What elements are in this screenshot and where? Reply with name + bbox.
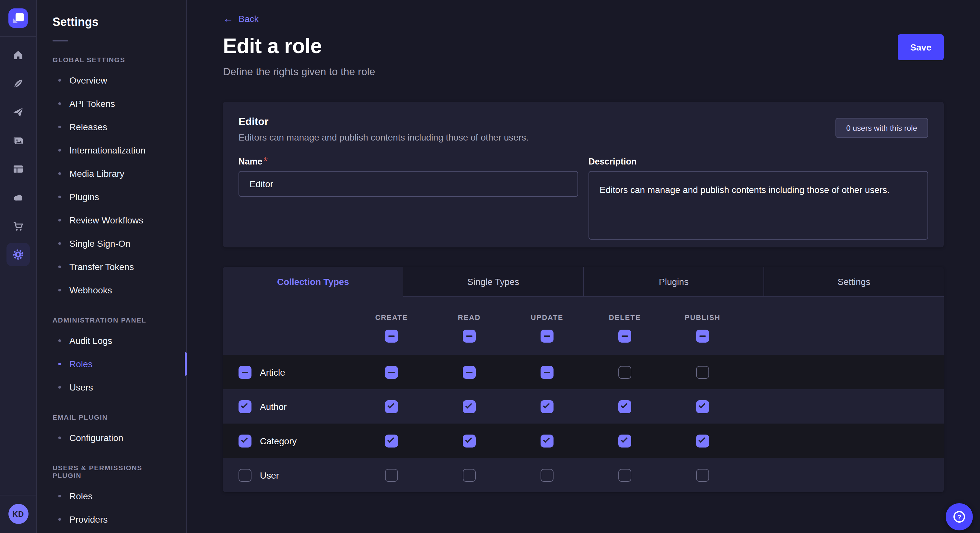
checkbox-checked[interactable]	[618, 400, 631, 413]
checkbox-checked[interactable]	[239, 400, 251, 413]
sidebar-item-providers[interactable]: Providers	[37, 508, 186, 531]
tab-collection-types[interactable]: Collection Types	[223, 267, 403, 297]
sidebar-item-users[interactable]: Users	[37, 376, 186, 399]
sidebar-item-api-tokens[interactable]: API Tokens	[37, 92, 186, 115]
checkbox-indeterminate[interactable]	[463, 330, 476, 343]
row-spacer	[741, 458, 944, 492]
sidebar-item-label: Review Workflows	[69, 215, 143, 225]
tab-single-types[interactable]: Single Types	[403, 267, 583, 297]
row-label: User	[260, 470, 279, 480]
sidebar-section-list: Configuration	[37, 426, 186, 449]
sidebar-item-label: Media Library	[69, 168, 124, 179]
sidebar-item-label: Roles	[69, 491, 93, 501]
sidebar-item-label: Transfer Tokens	[69, 262, 134, 272]
sidebar-item-media-library[interactable]: Media Library	[37, 162, 186, 185]
checkbox-indeterminate[interactable]	[385, 366, 398, 379]
checkbox-indeterminate[interactable]	[696, 330, 709, 343]
checkbox-checked[interactable]	[696, 434, 709, 447]
permission-cell	[353, 424, 430, 458]
permission-cell	[664, 458, 741, 492]
help-button[interactable]: ?	[946, 503, 973, 530]
bullet-icon	[58, 289, 61, 292]
settings-gear-icon[interactable]	[6, 243, 30, 266]
column-label: PUBLISH	[685, 314, 721, 321]
sidebar-item-roles[interactable]: Roles	[37, 352, 186, 376]
checkbox-checked[interactable]	[385, 434, 398, 447]
tab-settings[interactable]: Settings	[764, 267, 944, 297]
permission-cell	[586, 355, 664, 389]
sidebar-item-releases[interactable]: Releases	[37, 115, 186, 139]
checkbox-indeterminate[interactable]	[541, 330, 554, 343]
section-label-email-plugin: EMAIL PLUGIN	[52, 413, 170, 421]
paper-plane-icon[interactable]	[6, 100, 30, 124]
description-textarea[interactable]: Editors can manage and publish contents …	[589, 171, 928, 240]
checkbox-unchecked[interactable]	[239, 468, 251, 482]
back-link[interactable]: ← Back	[223, 14, 259, 24]
checkbox-unchecked[interactable]	[541, 468, 554, 482]
column-label: UPDATE	[531, 314, 563, 321]
feather-icon[interactable]	[6, 72, 30, 95]
save-button[interactable]: Save	[898, 34, 944, 60]
sidebar-item-single-sign-on[interactable]: Single Sign-On	[37, 232, 186, 255]
checkbox-unchecked[interactable]	[696, 468, 709, 482]
app-window: KD Settings GLOBAL SETTINGSOverviewAPI T…	[0, 0, 980, 533]
checkbox-indeterminate[interactable]	[385, 330, 398, 343]
checkbox-indeterminate[interactable]	[541, 366, 554, 379]
strapi-logo-icon[interactable]	[8, 8, 28, 28]
permission-cell	[508, 424, 586, 458]
name-input[interactable]	[239, 171, 578, 197]
sidebar-item-audit-logs[interactable]: Audit Logs	[37, 329, 186, 352]
layout-icon[interactable]	[6, 157, 30, 181]
users-count-badge[interactable]: 0 users with this role	[835, 118, 928, 138]
sidebar-item-label: Roles	[69, 359, 93, 369]
sidebar-item-review-workflows[interactable]: Review Workflows	[37, 209, 186, 232]
cart-icon[interactable]	[6, 214, 30, 238]
media-library-icon[interactable]	[6, 129, 30, 152]
table-row-author: Author	[223, 389, 944, 424]
checkbox-unchecked[interactable]	[385, 468, 398, 482]
permission-cell	[353, 355, 430, 389]
description-field-group: Description Editors can manage and publi…	[589, 155, 928, 242]
bullet-icon	[58, 436, 61, 439]
column-label: READ	[458, 314, 480, 321]
bullet-icon	[58, 339, 61, 342]
table-row-article: Article	[223, 355, 944, 389]
checkbox-checked[interactable]	[385, 400, 398, 413]
checkbox-unchecked[interactable]	[618, 468, 631, 482]
sidebar-item-webhooks[interactable]: Webhooks	[37, 279, 186, 302]
checkbox-checked[interactable]	[463, 400, 476, 413]
cloud-icon[interactable]	[6, 186, 30, 209]
sidebar-item-internationalization[interactable]: Internationalization	[37, 139, 186, 162]
checkbox-checked[interactable]	[463, 434, 476, 447]
permission-cell	[430, 355, 508, 389]
sidebar-item-label: Audit Logs	[69, 335, 112, 346]
permission-cell	[508, 389, 586, 424]
permission-cell	[586, 424, 664, 458]
checkbox-unchecked[interactable]	[463, 468, 476, 482]
checkbox-checked[interactable]	[696, 400, 709, 413]
sidebar-item-transfer-tokens[interactable]: Transfer Tokens	[37, 255, 186, 279]
checkbox-indeterminate[interactable]	[618, 330, 631, 343]
strapi-logo-box	[0, 0, 37, 37]
checkbox-checked[interactable]	[541, 434, 554, 447]
permission-cell	[508, 458, 586, 492]
checkbox-checked[interactable]	[618, 434, 631, 447]
tab-plugins[interactable]: Plugins	[583, 267, 764, 297]
name-label: Name	[239, 157, 262, 167]
checkbox-checked[interactable]	[541, 400, 554, 413]
home-icon[interactable]	[6, 43, 30, 67]
checkbox-unchecked[interactable]	[696, 366, 709, 379]
sidebar-item-plugins[interactable]: Plugins	[37, 185, 186, 209]
bullet-icon	[58, 125, 61, 128]
sidebar-item-roles[interactable]: Roles	[37, 484, 186, 508]
header-spacer	[741, 297, 944, 355]
checkbox-indeterminate[interactable]	[463, 366, 476, 379]
sidebar-item-overview[interactable]: Overview	[37, 69, 186, 92]
checkbox-indeterminate[interactable]	[239, 366, 251, 379]
checkbox-checked[interactable]	[239, 434, 251, 447]
page-subtitle: Define the rights given to the role	[223, 66, 944, 78]
user-avatar[interactable]: KD	[8, 504, 28, 524]
sidebar-item-configuration[interactable]: Configuration	[37, 426, 186, 449]
checkbox-unchecked[interactable]	[618, 366, 631, 379]
permission-cell	[664, 389, 741, 424]
